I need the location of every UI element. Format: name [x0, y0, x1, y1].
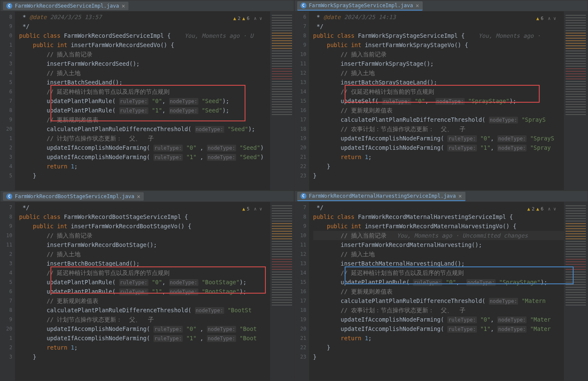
warning-icon: ▲ [233, 14, 236, 23]
code-editor[interactable]: 7891011121314151617181920212223 */public… [295, 202, 588, 381]
minimap[interactable] [564, 202, 588, 381]
inspection-widget[interactable]: ▲2▲6∧ ∨ [526, 204, 558, 215]
code-line[interactable]: insertFarmWorkRecordBootStage(); [19, 240, 294, 249]
code-line[interactable]: updatePlantPlanRule( ruleType: "0", node… [19, 96, 294, 106]
code-line[interactable]: // 计划节点操作状态更新： 父、 子 [19, 134, 294, 143]
inspection-widget[interactable]: ▲6∧ ∨ [535, 13, 558, 24]
code-line[interactable]: insertBatchSprayStageLand(); [313, 78, 588, 87]
code-line[interactable]: updateIfAccomplishNodeFarming( ruleType:… [313, 324, 588, 333]
code-editor[interactable]: 67891011121314151617181920212223 * @date… [295, 11, 588, 190]
code-line[interactable]: insertBatchBootStageLand(); [19, 259, 294, 268]
code-editor[interactable]: 78910112345678920123 */public class Farm… [0, 202, 294, 381]
code-line[interactable]: // 更新规则差值表 [19, 296, 294, 305]
code-line[interactable]: // 延迟种植计划当前节点以及后序的节点规则 [19, 268, 294, 277]
code-line[interactable]: calculatePlantPlanRuleDifferenceThreshol… [313, 296, 588, 305]
code-line[interactable]: updateIfAccomplishNodeFarming( ruleType:… [313, 143, 588, 152]
code-area[interactable]: * @date 2024/3/25 13:57 */public class F… [15, 11, 294, 190]
code-line[interactable]: // 插入当前记录 You, Moments ago · Uncommitted… [313, 231, 588, 240]
java-class-icon: C [6, 193, 12, 199]
code-line[interactable]: // 仅延迟种植计划当前的节点规则 [313, 87, 588, 96]
code-line[interactable]: updatePlantPlanRule( ruleType: "0", node… [313, 277, 588, 287]
code-line[interactable]: // 插入土地 [19, 249, 294, 259]
ide-split-view: C FarmWorkRecordSeedServiceImpl.java × 8… [0, 0, 588, 381]
code-area[interactable]: */public class FarmWorkRecordMaternalHar… [309, 202, 588, 381]
inspection-widget[interactable]: ▲2▲6∧ ∨ [231, 13, 264, 24]
close-icon[interactable]: × [137, 193, 140, 199]
code-line[interactable]: return 1; [19, 162, 294, 171]
code-line[interactable]: return 1; [313, 333, 588, 343]
code-line[interactable]: calculatePlantPlanRuleDifferenceThreshol… [19, 124, 294, 134]
code-line[interactable]: public class FarmWorkSprayStageServiceIm… [313, 31, 588, 40]
warning-icon: ▲ [527, 205, 530, 214]
code-area[interactable]: * @date 2024/3/25 14:13 */public class F… [309, 11, 588, 190]
warning-icon: ▲ [242, 205, 245, 214]
code-line[interactable]: // 插入当前记录 [19, 50, 294, 59]
code-line[interactable]: insertFarmWorkRecordSeed(); [19, 59, 294, 68]
code-line[interactable]: // 插入土地 [19, 68, 294, 78]
code-line[interactable]: // 插入当前记录 [19, 231, 294, 240]
close-icon[interactable]: × [122, 3, 125, 9]
code-line[interactable]: public int insertFarmWorkRecordBootStage… [19, 221, 294, 231]
code-line[interactable]: // 插入土地 [313, 249, 588, 259]
line-gutter: 78910112345678920123 [0, 202, 15, 381]
file-tab[interactable]: C FarmWorkRecordSeedServiceImpl.java × [3, 2, 128, 10]
code-line[interactable]: updatePlantPlanRule( ruleType: "1", node… [19, 287, 294, 296]
code-line[interactable]: public int insertFarmWorkRecordSeedVo() … [19, 40, 294, 50]
code-line[interactable]: insertBatchMaternalHarvestingLand(); [313, 259, 588, 268]
editor-pane-bottom-left: C FarmWorkRecordBootStageServiceImpl.jav… [0, 190, 294, 381]
code-line[interactable]: insertFarmWorkSprayStage(); [313, 59, 588, 68]
code-line[interactable]: updatePlantPlanRule( ruleType: "0", node… [19, 277, 294, 287]
code-line[interactable]: // 农事计划：节点操作状态更新： 父、 子 [313, 305, 588, 315]
code-line[interactable]: updatePlantPlanRule( ruleType: "1", node… [19, 106, 294, 115]
code-line[interactable]: insertBatchSeedLand(); [19, 78, 294, 87]
code-line[interactable]: updateSelf( ruleType: "0", nodeType: "Sp… [313, 96, 588, 106]
file-tab[interactable]: C FarmWorkRecordMaternalHarvestingServic… [297, 192, 465, 201]
code-line[interactable]: } [19, 171, 294, 180]
code-line[interactable]: updateIfAccomplishNodeFarming( ruleType:… [313, 315, 588, 324]
code-line[interactable]: // 延迟种植计划当前节点以及后序的节点规则 [313, 268, 588, 277]
minimap[interactable] [270, 202, 294, 381]
code-line[interactable]: } [313, 343, 588, 352]
code-line[interactable]: updateIfAccomplishNodeFarming( ruleType:… [19, 324, 294, 333]
code-line[interactable]: // 插入当前记录 [313, 50, 588, 59]
code-line[interactable]: public int insertFarmWorkRecordMaternalH… [313, 221, 588, 231]
code-line[interactable]: return 1; [19, 343, 294, 352]
minimap[interactable] [270, 11, 294, 190]
minimap[interactable] [564, 11, 588, 190]
code-line[interactable]: } [313, 171, 588, 180]
code-line[interactable]: updateIfAccomplishNodeFarming( ruleType:… [19, 143, 294, 152]
file-tab[interactable]: C FarmWorkSprayStageServiceImpl.java × [297, 1, 423, 11]
code-line[interactable]: // 插入土地 [313, 68, 588, 78]
close-icon[interactable]: × [458, 193, 462, 199]
tab-bar: C FarmWorkRecordMaternalHarvestingServic… [295, 191, 588, 202]
nav-arrows[interactable]: ∧ ∨ [548, 205, 556, 214]
code-line[interactable]: updateIfAccomplishNodeFarming( ruleType:… [313, 134, 588, 143]
code-line[interactable]: calculatePlantPlanRuleDifferenceThreshol… [313, 115, 588, 124]
code-line[interactable]: // 更新规则差值表 [19, 115, 294, 124]
code-line[interactable]: updateIfAccomplishNodeFarming( ruleType:… [19, 333, 294, 343]
code-line[interactable]: // 延迟种植计划当前节点以及后序的节点规则 [19, 87, 294, 96]
code-line[interactable]: } [313, 352, 588, 361]
code-line[interactable]: // 计划节点操作状态更新： 父、 子 [19, 315, 294, 324]
code-line[interactable]: return 1; [313, 152, 588, 162]
code-line[interactable]: } [19, 352, 294, 361]
code-line[interactable]: // 农事计划：节点操作状态更新： 父、 子 [313, 124, 588, 134]
close-icon[interactable]: × [415, 3, 419, 8]
code-line[interactable]: public class FarmWorkRecordSeedServiceIm… [19, 31, 294, 40]
inspection-widget[interactable]: ▲5∧ ∨ [240, 204, 264, 215]
code-line[interactable]: // 更新规则差值表 [313, 287, 588, 296]
code-editor[interactable]: 8901234567892012345 * @date 2024/3/25 13… [0, 11, 294, 190]
nav-arrows[interactable]: ∧ ∨ [254, 205, 262, 214]
code-line[interactable]: } [313, 162, 588, 171]
warning-icon: ▲ [536, 205, 539, 214]
code-line[interactable]: public int insertFarmWorkSprayStageVo() … [313, 40, 588, 50]
code-line[interactable]: updateIfAccomplishNodeFarming( ruleType:… [19, 152, 294, 162]
warning-count: 6 [541, 14, 544, 23]
nav-arrows[interactable]: ∧ ∨ [254, 14, 262, 23]
nav-arrows[interactable]: ∧ ∨ [548, 14, 556, 23]
code-line[interactable]: insertFarmWorkRecordMaternalHarvesting()… [313, 240, 588, 249]
code-line[interactable]: // 更新规则差值表 [313, 106, 588, 115]
file-tab[interactable]: C FarmWorkRecordBootStageServiceImpl.jav… [3, 192, 144, 201]
code-area[interactable]: */public class FarmWorkRecordBootStageSe… [15, 202, 294, 381]
code-line[interactable]: calculatePlantPlanRuleDifferenceThreshol… [19, 305, 294, 315]
